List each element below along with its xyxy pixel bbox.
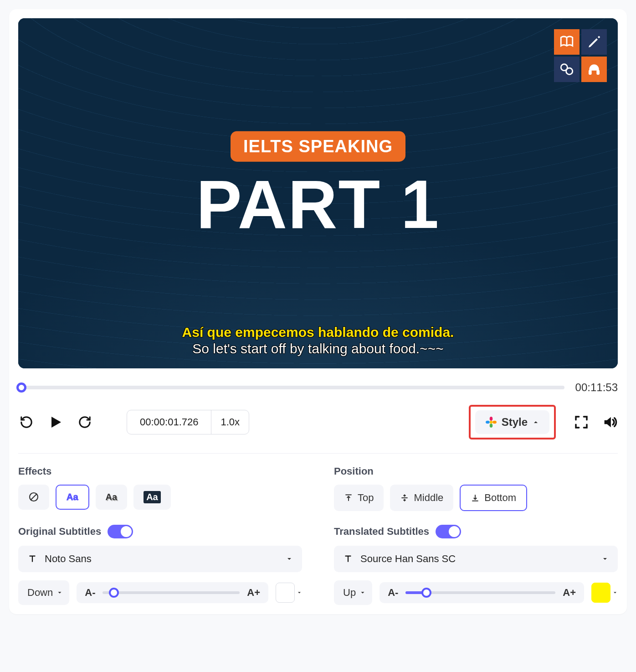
translated-size-slider[interactable] — [405, 591, 555, 594]
effect-box-button[interactable]: Aa — [133, 485, 171, 510]
align-bottom-icon — [471, 493, 480, 502]
svg-point-1 — [566, 68, 573, 74]
effect-shadow-button[interactable]: Aa — [96, 485, 128, 510]
original-size-increase[interactable]: A+ — [247, 587, 260, 599]
align-middle-icon — [400, 493, 409, 502]
video-pill: IELTS SPEAKING — [231, 131, 405, 162]
subtitles-overlay: Así que empecemos hablando de comida. So… — [18, 325, 618, 357]
svg-rect-3 — [596, 70, 600, 75]
position-heading: Position — [334, 465, 618, 477]
translated-font-select[interactable]: Source Han Sans SC — [334, 546, 618, 572]
fullscreen-button[interactable] — [573, 414, 590, 430]
chevron-down-icon — [286, 555, 293, 563]
subtitle-editor-card: IELTS SPEAKING PART 1 Así que empecemos … — [9, 9, 627, 614]
svg-rect-2 — [589, 70, 592, 75]
position-top-button[interactable]: Top — [334, 485, 384, 511]
none-icon — [28, 491, 39, 502]
translated-direction-select[interactable]: Up — [334, 580, 372, 605]
subtitle-translated: Así que empecemos hablando de comida. — [18, 325, 618, 340]
original-subtitles-toggle[interactable] — [108, 525, 133, 538]
align-top-icon — [344, 493, 353, 502]
volume-button[interactable] — [601, 414, 618, 430]
style-highlight-box: Style — [469, 405, 556, 439]
writing-icon — [581, 29, 607, 55]
original-color-picker[interactable] — [276, 583, 302, 603]
text-icon — [27, 554, 37, 564]
translated-size-increase[interactable]: A+ — [563, 587, 576, 599]
svg-point-6 — [489, 424, 492, 428]
svg-line-10 — [31, 494, 37, 500]
svg-point-8 — [492, 420, 497, 424]
style-dropdown[interactable]: Style — [475, 410, 549, 434]
current-time-input[interactable]: 00:00:01.726 — [127, 410, 211, 434]
subtitle-original: So let's start off by talking about food… — [18, 341, 618, 357]
listening-icon — [581, 57, 607, 82]
skill-badges — [554, 29, 607, 82]
seek-thumb[interactable] — [16, 383, 26, 393]
chevron-up-icon — [532, 419, 539, 426]
translated-subtitles-heading: Translated Subtitles — [334, 526, 429, 538]
svg-point-7 — [486, 420, 490, 424]
original-size-decrease[interactable]: A- — [85, 587, 95, 599]
play-button[interactable] — [47, 414, 64, 430]
video-preview[interactable]: IELTS SPEAKING PART 1 Así que empecemos … — [18, 18, 618, 368]
text-icon — [343, 554, 353, 564]
translated-size-decrease[interactable]: A- — [388, 587, 398, 599]
effects-heading: Effects — [18, 465, 302, 477]
video-title-block: IELTS SPEAKING PART 1 — [18, 131, 618, 238]
reading-icon — [554, 29, 580, 55]
svg-point-4 — [489, 420, 492, 424]
chevron-down-icon — [601, 555, 609, 563]
position-bottom-button[interactable]: Bottom — [460, 485, 527, 511]
playback-rate-button[interactable]: 1.0x — [211, 410, 249, 434]
chevron-down-icon — [359, 589, 366, 596]
effect-none-button[interactable] — [18, 485, 49, 510]
svg-point-5 — [489, 417, 492, 421]
original-subtitles-heading: Original Subtitles — [18, 526, 101, 538]
translated-color-picker[interactable] — [591, 583, 618, 603]
position-middle-button[interactable]: Middle — [390, 485, 453, 511]
original-size-slider[interactable] — [103, 591, 240, 594]
original-direction-select[interactable]: Down — [18, 580, 69, 605]
speaking-icon — [554, 57, 580, 82]
original-font-select[interactable]: Noto Sans — [18, 546, 302, 572]
style-label: Style — [502, 416, 528, 429]
rewind-button[interactable] — [18, 414, 35, 430]
flower-icon — [485, 416, 497, 428]
translated-subtitles-toggle[interactable] — [436, 525, 461, 538]
video-title: PART 1 — [18, 170, 618, 238]
seek-bar[interactable] — [18, 386, 564, 389]
forward-button[interactable] — [77, 414, 93, 430]
duration-label: 00:11:53 — [575, 381, 618, 394]
chevron-down-icon — [612, 590, 618, 595]
time-rate-box: 00:00:01.726 1.0x — [127, 410, 249, 434]
original-size-control: A- A+ — [77, 582, 268, 603]
translated-size-control: A- A+ — [380, 582, 584, 603]
chevron-down-icon — [297, 590, 302, 595]
effect-outline-button[interactable]: Aa — [56, 485, 89, 510]
chevron-down-icon — [56, 589, 63, 596]
